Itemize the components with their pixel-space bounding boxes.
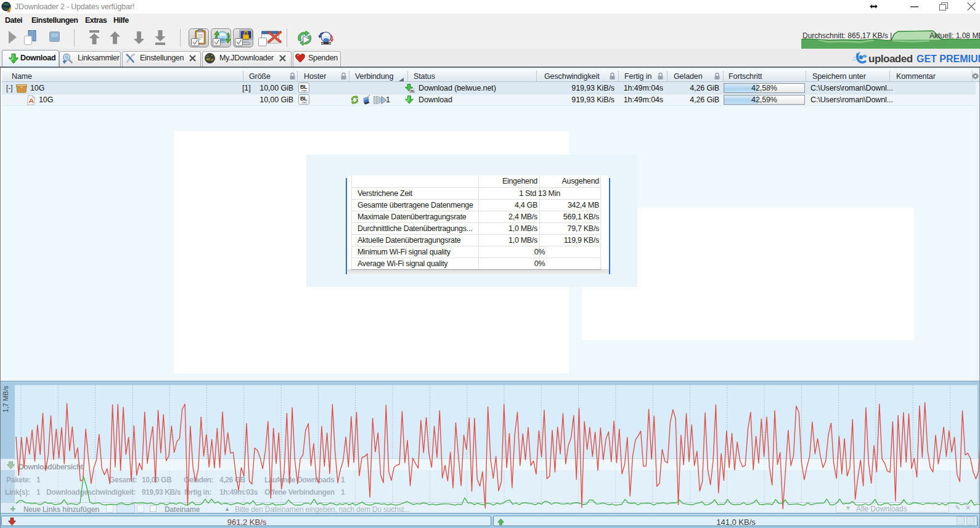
svg-text:RLg: RLg — [206, 57, 214, 62]
svg-text:BL: BL — [410, 89, 415, 93]
